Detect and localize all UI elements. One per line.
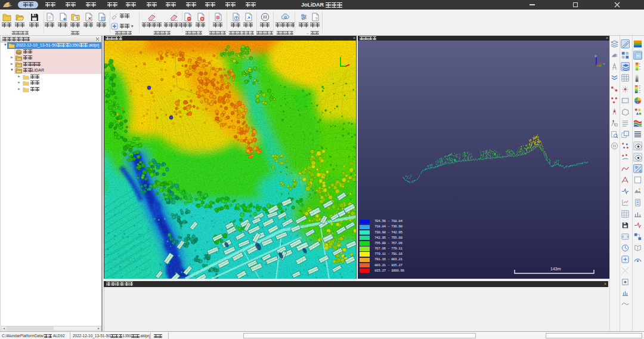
svg-text:143m: 143m (550, 267, 561, 271)
svg-text:?: ? (315, 16, 318, 21)
